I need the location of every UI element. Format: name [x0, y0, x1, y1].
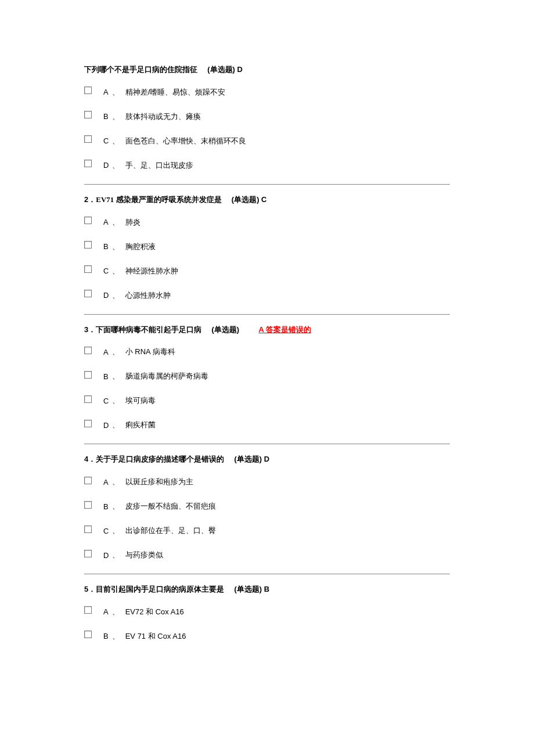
question-title: 下列哪个不是手足口病的住院指征 (单选题) D	[84, 64, 450, 76]
option-separator: 、	[112, 420, 120, 430]
option-row: B 、 EV 71 和 Cox A16	[84, 631, 450, 642]
option-letter: D	[103, 161, 109, 170]
option-row: A 、 EV72 和 Cox A16	[84, 606, 450, 618]
checkbox-icon[interactable]	[84, 550, 92, 557]
option-separator: 、	[112, 631, 120, 642]
option-row: C 、 出诊部位在手、足、口、臀	[84, 525, 450, 537]
question-type: (单选题)	[234, 585, 262, 593]
question-type: (单选题)	[211, 325, 239, 334]
option-row: D 、 心源性肺水肿	[84, 290, 450, 301]
checkbox-icon[interactable]	[84, 606, 92, 614]
option-letter: B	[103, 112, 109, 121]
checkbox-icon[interactable]	[84, 265, 92, 273]
option-row: D 、 痢疾杆菌	[84, 419, 450, 431]
option-text: EV 71 和 Cox A16	[125, 631, 186, 642]
checkbox-icon[interactable]	[84, 395, 92, 403]
question-number: 4．	[84, 455, 96, 463]
option-letter: A	[103, 478, 109, 487]
option-letter: A	[103, 348, 109, 357]
option-letter: A	[103, 88, 109, 96]
option-row: A 、 精神差/嗜睡、易惊、烦躁不安	[84, 87, 450, 98]
option-letter: C	[103, 136, 109, 145]
checkbox-icon[interactable]	[84, 87, 92, 94]
question-block: 下列哪个不是手足口病的住院指征 (单选题) D A 、 精神差/嗜睡、易惊、烦躁…	[84, 64, 450, 171]
option-text: 皮疹一般不结痂、不留疤痕	[125, 501, 216, 512]
question-block: 2．EV71 感染最严重的呼吸系统并发症是 (单选题) C A 、 肺炎 B 、…	[84, 194, 450, 301]
option-row: D 、 与药疹类似	[84, 549, 450, 561]
option-text: 胸腔积液	[125, 242, 156, 252]
option-separator: 、	[112, 550, 120, 560]
question-block: 5．目前引起国内手足口病的病原体主要是 (单选题) B A 、 EV72 和 C…	[84, 584, 450, 642]
option-letter: D	[103, 551, 109, 560]
option-row: A 、 小 RNA 病毒科	[84, 346, 450, 358]
question-number: 5．	[84, 585, 96, 593]
option-text: 心源性肺水肿	[125, 290, 171, 301]
option-separator: 、	[112, 290, 120, 301]
option-text: 面色苍白、心率增快、末梢循环不良	[125, 136, 246, 146]
option-letter: A	[103, 607, 109, 616]
option-row: C 、 面色苍白、心率增快、末梢循环不良	[84, 135, 450, 147]
option-text: 手、足、口出现皮疹	[125, 160, 193, 171]
checkbox-icon[interactable]	[84, 477, 92, 484]
question-text: 关于手足口病皮疹的描述哪个是错误的	[96, 455, 224, 463]
option-separator: 、	[112, 477, 120, 487]
option-text: 埃可病毒	[125, 395, 156, 406]
option-row: C 、 神经源性肺水肿	[84, 265, 450, 277]
question-type: (单选题)	[234, 455, 262, 463]
option-text: 以斑丘疹和疱疹为主	[125, 477, 193, 487]
question-answer: D	[262, 455, 269, 463]
checkbox-icon[interactable]	[84, 135, 92, 143]
option-text: 出诊部位在手、足、口、臀	[125, 525, 216, 536]
checkbox-icon[interactable]	[84, 217, 92, 224]
option-letter: B	[103, 242, 109, 251]
question-text: 目前引起国内手足口病的病原体主要是	[96, 585, 224, 593]
question-title: 3．下面哪种病毒不能引起手足口病 (单选题) A 答案是错误的	[84, 324, 450, 336]
checkbox-icon[interactable]	[84, 111, 92, 118]
option-text: 神经源性肺水肿	[125, 266, 178, 276]
checkbox-icon[interactable]	[84, 631, 92, 638]
option-letter: B	[103, 372, 109, 381]
checkbox-icon[interactable]	[84, 347, 92, 354]
option-text: 肠道病毒属的柯萨奇病毒	[125, 371, 208, 381]
checkbox-icon[interactable]	[84, 290, 92, 297]
question-text: 下列哪个不是手足口病的住院指征	[84, 65, 197, 74]
option-row: B 、 胸腔积液	[84, 241, 450, 253]
checkbox-icon[interactable]	[84, 501, 92, 509]
option-text: 精神差/嗜睡、易惊、烦躁不安	[125, 87, 226, 98]
option-text: 痢疾杆菌	[125, 420, 156, 430]
question-answer: B	[262, 585, 269, 593]
checkbox-icon[interactable]	[84, 241, 92, 249]
question-title: 2．EV71 感染最严重的呼吸系统并发症是 (单选题) C	[84, 194, 450, 206]
option-separator: 、	[112, 371, 120, 381]
question-answer: C	[259, 195, 266, 204]
option-row: B 、 皮疹一般不结痂、不留疤痕	[84, 501, 450, 512]
document-page: 下列哪个不是手足口病的住院指征 (单选题) D A 、 精神差/嗜睡、易惊、烦躁…	[0, 0, 534, 690]
option-letter: D	[103, 291, 109, 300]
option-separator: 、	[112, 217, 120, 228]
option-row: C 、 埃可病毒	[84, 395, 450, 406]
question-note: A 答案是错误的	[258, 325, 311, 334]
option-text: 肺炎	[125, 217, 140, 228]
checkbox-icon[interactable]	[84, 420, 92, 427]
option-separator: 、	[112, 347, 120, 357]
option-letter: C	[103, 527, 109, 535]
option-row: D 、 手、足、口出现皮疹	[84, 160, 450, 171]
question-answer: D	[235, 65, 243, 74]
option-letter: D	[103, 421, 109, 430]
option-text: EV72 和 Cox A16	[125, 607, 184, 617]
question-title: 5．目前引起国内手足口病的病原体主要是 (单选题) B	[84, 584, 450, 596]
question-title: 4．关于手足口病皮疹的描述哪个是错误的 (单选题) D	[84, 453, 450, 466]
option-letter: C	[103, 267, 109, 275]
option-letter: B	[103, 502, 109, 511]
checkbox-icon[interactable]	[84, 525, 92, 533]
question-type: (单选题)	[207, 65, 235, 74]
option-separator: 、	[112, 266, 120, 276]
question-text: EV71 感染最严重的呼吸系统并发症是	[96, 195, 221, 204]
option-separator: 、	[112, 111, 120, 122]
question-type: (单选题)	[232, 195, 259, 204]
checkbox-icon[interactable]	[84, 371, 92, 379]
divider	[84, 574, 450, 574]
option-separator: 、	[112, 160, 120, 171]
checkbox-icon[interactable]	[84, 160, 92, 167]
option-separator: 、	[112, 87, 120, 98]
